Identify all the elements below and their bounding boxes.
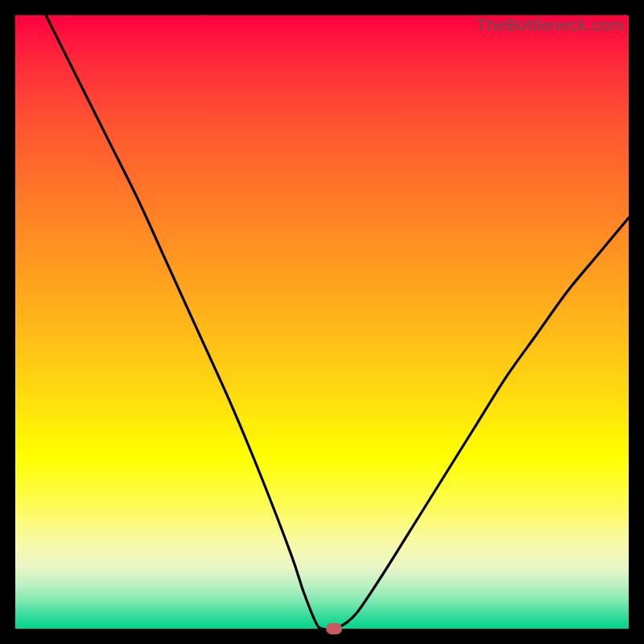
plot-area: TheBottleneck.com xyxy=(15,15,629,629)
bottleneck-curve xyxy=(15,15,629,629)
optimal-point-marker xyxy=(326,623,342,634)
chart-frame: TheBottleneck.com xyxy=(0,0,644,644)
